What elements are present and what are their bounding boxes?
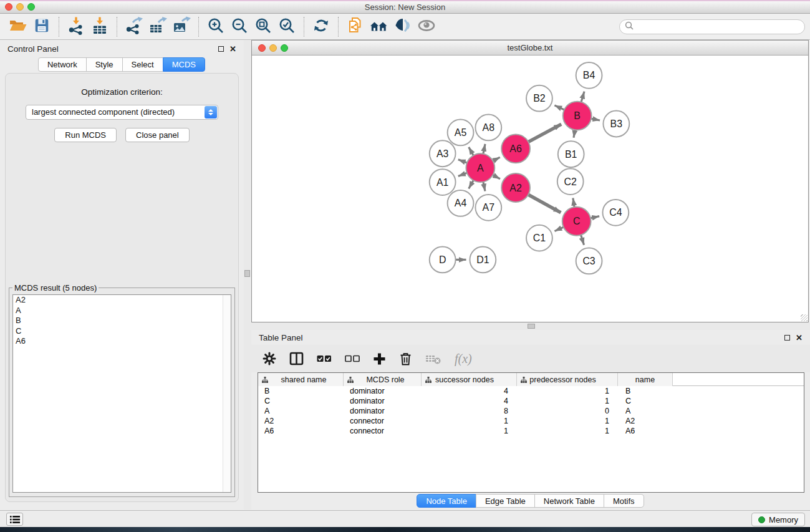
cell-mcds-role[interactable]: connector	[344, 426, 422, 436]
cell-name[interactable]: A	[618, 406, 673, 416]
criterion-dropdown[interactable]: largest connected component (directed)	[26, 105, 218, 120]
graph-node-C4[interactable]: C4	[602, 200, 629, 226]
delete-table-button[interactable]	[425, 352, 441, 365]
graph-node-A8[interactable]: A8	[475, 115, 501, 141]
add-column-button[interactable]	[373, 352, 386, 365]
cell-mcds-role[interactable]: dominator	[344, 386, 422, 396]
graph-node-A6[interactable]: A6	[501, 134, 530, 163]
search-input[interactable]	[637, 21, 804, 33]
graph-node-A5[interactable]: A5	[448, 120, 474, 146]
graph-node-C2[interactable]: C2	[557, 168, 584, 195]
search-box[interactable]	[619, 19, 805, 34]
tab-network-table[interactable]: Network Table	[534, 494, 604, 508]
vertical-splitter-handle[interactable]	[244, 270, 250, 277]
cell-mcds-role[interactable]: dominator	[344, 406, 422, 416]
result-item[interactable]: A2	[13, 295, 231, 306]
cell-mcds-role[interactable]: dominator	[344, 396, 422, 406]
result-item[interactable]: A6	[13, 336, 231, 347]
cell-predecessors[interactable]: 1	[517, 386, 618, 396]
show-hide-button[interactable]	[415, 16, 438, 38]
save-session-button[interactable]	[30, 16, 54, 38]
export-table-button[interactable]	[146, 16, 170, 38]
show-columns-button[interactable]	[289, 352, 304, 365]
network-window-titlebar[interactable]: testGlobe.txt	[252, 41, 808, 56]
graph-node-D1[interactable]: D1	[470, 247, 496, 273]
mcds-result-list[interactable]: A2 A B C A6	[12, 294, 231, 493]
function-builder-button[interactable]: f(x)	[455, 352, 472, 366]
graph-node-A1[interactable]: A1	[430, 169, 456, 195]
zoom-out-button[interactable]	[228, 16, 251, 38]
deselect-all-rows-button[interactable]	[345, 354, 360, 363]
graph-node-B4[interactable]: B4	[576, 62, 602, 89]
open-session-button[interactable]	[6, 16, 30, 38]
column-header-mcds-role[interactable]: MCDS role	[344, 373, 422, 386]
network-minimize-button[interactable]	[269, 44, 277, 52]
result-item[interactable]: B	[13, 316, 231, 326]
cell-shared-name[interactable]: C	[258, 396, 344, 406]
cell-successors[interactable]: 1	[422, 416, 517, 426]
refresh-button[interactable]	[309, 16, 333, 38]
cell-predecessors[interactable]: 1	[517, 416, 618, 426]
cell-mcds-role[interactable]: connector	[344, 416, 422, 426]
zoom-fit-button[interactable]	[251, 16, 275, 38]
cell-shared-name[interactable]: A6	[258, 426, 344, 436]
memory-button[interactable]: Memory	[751, 513, 805, 526]
cell-successors[interactable]: 4	[422, 396, 517, 406]
tab-mcds[interactable]: MCDS	[163, 57, 205, 72]
tab-style[interactable]: Style	[86, 57, 123, 72]
tab-node-table[interactable]: Node Table	[417, 494, 476, 508]
home-view-button[interactable]	[367, 16, 391, 38]
task-history-button[interactable]	[6, 513, 23, 526]
export-image-button[interactable]	[170, 16, 193, 38]
graph-node-B3[interactable]: B3	[603, 111, 629, 137]
graph-node-A7[interactable]: A7	[475, 195, 501, 221]
export-network-button[interactable]	[122, 16, 146, 38]
cell-predecessors[interactable]: 1	[517, 396, 618, 406]
network-canvas[interactable]: B4B2BB3A8A5A6A3B1AC2A1A2A4A7C4CC1DD1C3	[252, 56, 808, 322]
result-item[interactable]: A	[13, 306, 231, 316]
hide-graphics-button[interactable]	[391, 16, 415, 38]
graph-node-C3[interactable]: C3	[576, 248, 602, 274]
import-network-button[interactable]	[64, 16, 88, 38]
cell-predecessors[interactable]: 0	[517, 406, 618, 416]
tab-network[interactable]: Network	[38, 57, 87, 72]
table-row[interactable]: A6 connector 1 1 A6	[258, 426, 804, 436]
column-header-name[interactable]: name	[618, 373, 673, 386]
delete-column-button[interactable]	[399, 352, 412, 365]
cell-shared-name[interactable]: B	[258, 386, 344, 396]
result-item[interactable]: C	[13, 326, 231, 337]
graph-node-A[interactable]: A	[466, 153, 494, 182]
clone-network-button[interactable]	[344, 16, 367, 38]
graph-node-C[interactable]: C	[562, 207, 591, 236]
column-header-shared-name[interactable]: shared name	[258, 373, 344, 386]
zoom-selected-button[interactable]	[275, 16, 299, 38]
column-header-successor-nodes[interactable]: successor nodes	[422, 373, 517, 386]
table-row[interactable]: B dominator 4 1 B	[258, 386, 804, 396]
float-panel-icon[interactable]	[218, 46, 224, 52]
result-list-scrollbar[interactable]	[223, 295, 231, 492]
resize-grip-icon[interactable]	[801, 314, 808, 321]
cell-name[interactable]: B	[618, 386, 673, 396]
graph-node-A3[interactable]: A3	[430, 140, 456, 167]
cell-shared-name[interactable]: A2	[258, 416, 344, 426]
network-maximize-button[interactable]	[281, 44, 288, 52]
graph-node-B1[interactable]: B1	[558, 141, 584, 167]
graph-node-B[interactable]: B	[563, 102, 592, 130]
cell-predecessors[interactable]: 1	[517, 426, 618, 436]
select-all-rows-button[interactable]	[317, 354, 332, 363]
cell-name[interactable]: A2	[618, 416, 673, 426]
cell-name[interactable]: A6	[618, 426, 673, 436]
table-row[interactable]: A2 connector 1 1 A2	[258, 416, 804, 426]
horizontal-splitter[interactable]	[251, 322, 810, 330]
network-close-button[interactable]	[258, 44, 266, 52]
import-table-button[interactable]	[88, 16, 112, 38]
cell-successors[interactable]: 4	[422, 386, 517, 396]
column-header-predecessor-nodes[interactable]: predecessor nodes	[517, 373, 618, 386]
tab-motifs[interactable]: Motifs	[604, 494, 644, 508]
cell-shared-name[interactable]: A	[258, 406, 344, 416]
graph-node-D[interactable]: D	[430, 247, 456, 273]
table-row[interactable]: A dominator 8 0 A	[258, 406, 804, 416]
cell-successors[interactable]: 1	[422, 426, 517, 436]
close-panel-icon[interactable]: ✕	[229, 45, 236, 53]
network-graph[interactable]: B4B2BB3A8A5A6A3B1AC2A1A2A4A7C4CC1DD1C3	[252, 56, 808, 322]
